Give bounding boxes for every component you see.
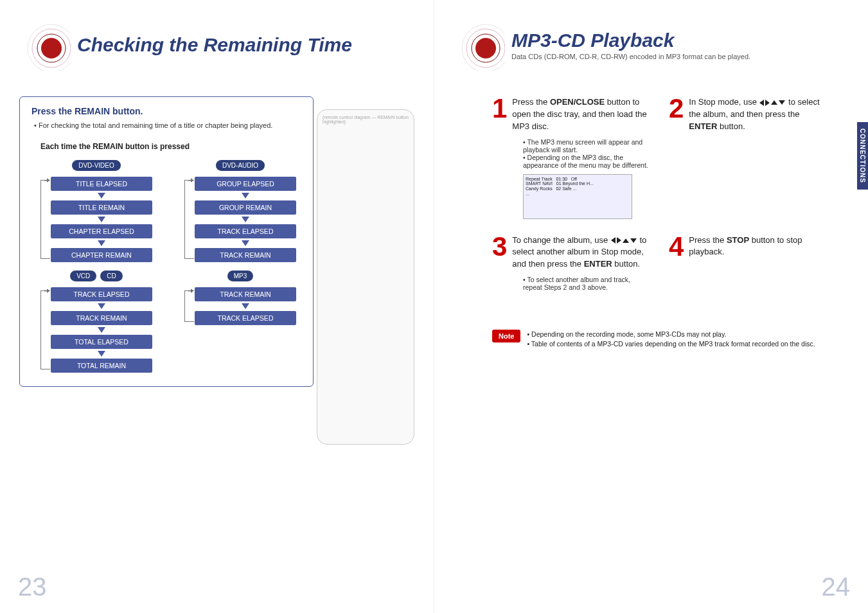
state: TRACK REMAIN [51,311,152,325]
state: GROUP ELAPSED [195,177,296,191]
cat-dvd-audio: DVD-AUDIO [216,160,265,171]
remain-heading: Press the REMAIN button. [31,106,301,116]
step-4: 4 Press the STOP button to stop playback… [669,235,826,292]
state: TOTAL REMAIN [51,359,152,373]
seq-vcd-cd: TRACK ELAPSED TRACK REMAIN TOTAL ELAPSED… [40,285,152,375]
state: GROUP REMAIN [195,200,296,215]
seq-dvd-audio: GROUP ELAPSED GROUP REMAIN TRACK ELAPSED… [184,175,296,264]
cat-mp3: MP3 [227,271,254,281]
col-vcd-cd: VCD CD TRACK ELAPSED TRACK REMAIN TOTAL … [40,271,152,375]
step-3-text: To change the album, use to select anoth… [512,235,650,271]
right-arrow-icon [765,100,770,106]
svg-point-4 [475,38,496,58]
step-3-sub: • To select another album and track, rep… [523,276,650,291]
step-number-1: 1 [492,96,507,133]
step-2-text: In Stop mode, use to select the album, a… [689,96,826,133]
left-title: Checking the Remaining Time [77,34,352,56]
side-tab-connections: CONNECTIONS [857,122,868,190]
up-arrow-icon [771,100,777,105]
swirl-icon [19,19,71,71]
col-mp3: MP3 TRACK REMAIN TRACK ELAPSED [184,271,296,375]
col-dvd-audio: DVD-AUDIO GROUP ELAPSED GROUP REMAIN TRA… [184,160,296,264]
right-header: MP3-CD Playback Data CDs (CD-ROM, CD-R, … [454,19,849,71]
mp3-menu-screenshot: Repeat Track 01:30 OffSMART NAVI 01 Beyo… [523,174,632,219]
step-1: 1 Press the OPEN/CLOSE button to open th… [492,96,650,219]
state: TRACK ELAPSED [51,287,152,301]
step-number-3: 3 [492,235,507,271]
state: TRACK REMAIN [195,248,296,262]
steps-grid: 1 Press the OPEN/CLOSE button to open th… [492,96,826,291]
left-arrow-icon [759,100,764,106]
seq-mp3: TRACK REMAIN TRACK ELAPSED [184,285,296,327]
state: TITLE REMAIN [51,200,152,215]
left-header: Checking the Remaining Time [19,19,414,71]
step-4-text: Press the STOP button to stop playback. [689,235,826,259]
cat-dvd-video: DVD-VIDEO [72,160,121,171]
page-number-right: 24 [822,573,851,601]
cat-cd: CD [100,271,122,281]
right-subhead: Data CDs (CD-ROM, CD-R, CD-RW) encoded i… [511,53,750,60]
left-arrow-icon [611,237,616,244]
svg-point-0 [41,38,62,58]
seq-dvd-video: TITLE ELAPSED TITLE REMAIN CHAPTER ELAPS… [40,175,152,264]
note-text: • Depending on the recording mode, some … [527,330,815,348]
note-row: Note • Depending on the recording mode, … [492,330,849,348]
right-title: MP3-CD Playback [511,30,750,51]
state: TRACK REMAIN [195,287,296,301]
cat-vcd: VCD [70,271,96,281]
state: CHAPTER REMAIN [51,248,152,262]
sequence-grid-bottom: VCD CD TRACK ELAPSED TRACK REMAIN TOTAL … [40,271,301,375]
remain-section: Press the REMAIN button. • For checking … [19,96,314,387]
remote-illustration: (remote control diagram — REMAIN button … [317,109,414,445]
state: TRACK ELAPSED [195,224,296,238]
page-23: Checking the Remaining Time Press the RE… [0,0,434,613]
swirl-icon [454,19,505,71]
each-time-label: Each time the REMAIN button is pressed [40,142,301,151]
up-arrow-icon [623,238,629,243]
down-arrow-icon [779,100,785,105]
down-arrow-icon [630,238,637,243]
page-number-left: 23 [18,573,47,601]
remain-bullet: • For checking the total and remaining t… [34,121,301,129]
step-number-4: 4 [669,235,684,259]
state: TITLE ELAPSED [51,177,152,191]
step-2: 2 In Stop mode, use to select the album,… [669,96,826,219]
step-1-text: Press the OPEN/CLOSE button to open the … [512,96,650,133]
step-1-sub: • The MP3 menu screen will appear and pl… [523,138,650,169]
state: TOTAL ELAPSED [51,335,152,349]
step-number-2: 2 [669,96,684,133]
step-3: 3 To change the album, use to select ano… [492,235,650,292]
col-dvd-video: DVD-VIDEO TITLE ELAPSED TITLE REMAIN CHA… [40,160,152,264]
state: CHAPTER ELAPSED [51,224,152,238]
page-24: MP3-CD Playback Data CDs (CD-ROM, CD-R, … [434,0,868,613]
state: TRACK ELAPSED [195,311,296,325]
note-badge: Note [492,330,520,342]
sequence-grid-top: DVD-VIDEO TITLE ELAPSED TITLE REMAIN CHA… [40,160,301,264]
right-arrow-icon [617,237,621,244]
